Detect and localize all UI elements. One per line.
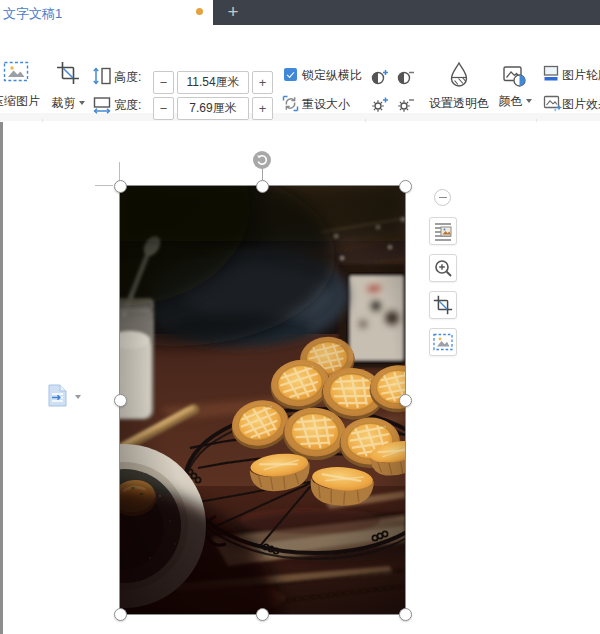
decrease-contrast-icon[interactable] [395,67,417,87]
height-label: 高度: [114,66,141,88]
margin-corner-mark [95,185,113,186]
layout-options-button[interactable] [48,384,82,412]
reset-size-icon[interactable] [282,95,299,112]
compress-picture-icon [2,60,30,84]
view-original-button[interactable] [429,254,457,282]
resize-handle-middle-right[interactable] [399,394,412,407]
tab-bar: 文字文稿1 + [0,0,600,26]
compress-picture-side-button[interactable] [429,328,457,356]
crop-picture-button[interactable] [429,291,457,319]
picture-tools-ribbon: 压缩图片 裁剪 高度: − + 宽度: − + 锁定纵横比 重设大小 [0,57,600,123]
lock-aspect-label: 锁定纵横比 [302,66,362,84]
width-increase-button[interactable]: + [252,97,273,120]
minus-icon [439,197,447,199]
height-decrease-button[interactable]: − [153,71,174,94]
reset-size-label: 重设大小 [302,95,350,113]
text-wrap-icon [432,220,454,242]
height-icon [92,66,112,86]
crop-icon [56,61,80,85]
zoom-in-icon [432,257,454,279]
rotate-handle[interactable] [253,151,271,169]
resize-handle-middle-left[interactable] [114,394,127,407]
tab-bar-background [213,0,600,25]
resize-handle-top-right[interactable] [399,180,412,193]
increase-brightness-icon[interactable] [369,95,391,115]
width-label: 宽度: [114,94,141,116]
unsaved-dot-icon [196,8,203,15]
resize-handle-bottom-right[interactable] [399,608,412,621]
height-input[interactable] [177,71,249,94]
set-transparent-color-button[interactable]: 设置透明色 [428,61,490,112]
crop-button[interactable]: 裁剪 [46,61,90,112]
new-tab-button[interactable]: + [216,0,250,25]
compress-picture-icon [432,332,454,352]
text-wrap-layout-button[interactable] [429,217,457,245]
margin-corner-mark [119,162,120,181]
color-icon [502,63,528,89]
width-decrease-button[interactable]: − [153,97,174,120]
resize-handle-bottom-left[interactable] [114,608,127,621]
width-input[interactable] [177,97,249,120]
color-button[interactable]: 颜色 [494,63,536,110]
document-tab[interactable]: 文字文稿1 [0,0,213,26]
dropdown-caret-icon [526,99,532,103]
ribbon-footer-band [0,113,600,121]
picture-outline-label[interactable]: 图片轮廓 [562,67,600,84]
picture-effects-label[interactable]: 图片效果 [562,96,600,113]
wps-writer-window: { "tab_bar": { "document_title": "文字文稿1"… [0,0,600,634]
increase-contrast-icon[interactable] [369,67,391,87]
selected-picture[interactable] [120,186,405,614]
resize-handle-top-center[interactable] [256,180,269,193]
picture-effects-icon[interactable] [543,94,563,113]
resize-handle-top-left[interactable] [114,180,127,193]
crop-icon [433,295,453,315]
transparent-color-icon [445,61,473,91]
egg-tarts-photo [120,186,405,614]
compress-picture-button[interactable]: 压缩图片 [0,60,44,110]
layout-anchor-icon [48,384,67,407]
lock-aspect-checkbox[interactable] [284,68,297,81]
menu-bar: 开始 插入 页面布局 引用 审阅 视图 章节 安全 开发工具 特色功能 [0,26,600,57]
document-tab-title: 文字文稿1 [3,0,62,26]
width-icon [92,94,112,114]
document-canvas[interactable] [0,122,600,634]
resize-handle-bottom-center[interactable] [256,608,269,621]
dropdown-caret-icon [79,101,85,105]
picture-outline-icon[interactable] [543,65,560,82]
height-increase-button[interactable]: + [252,71,273,94]
dropdown-caret-icon [75,395,81,399]
collapse-toolbar-button[interactable] [434,189,451,206]
decrease-brightness-icon[interactable] [395,95,417,115]
rotate-icon [256,154,268,166]
page-edge-strip [0,122,3,634]
